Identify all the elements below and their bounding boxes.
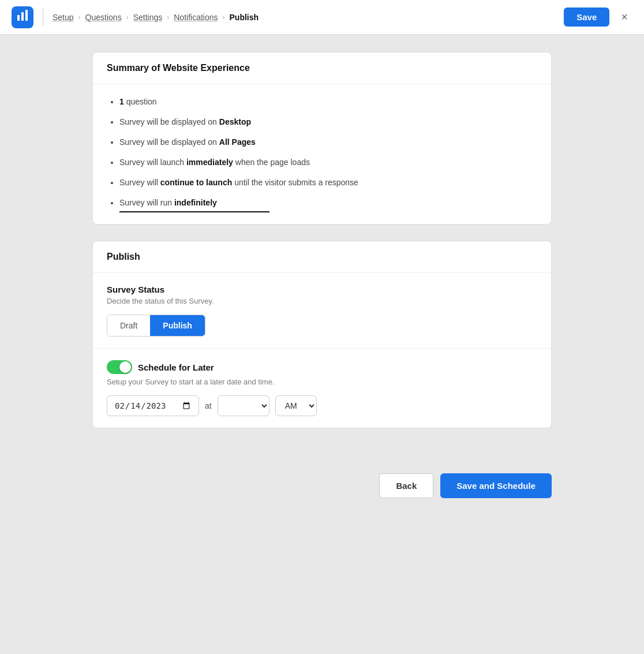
- underline-decoration: [119, 211, 269, 212]
- publish-card: Publish Survey Status Decide the status …: [92, 241, 552, 428]
- summary-item-0-after: question: [124, 97, 157, 106]
- summary-item-3-after: when the page loads: [233, 158, 310, 167]
- list-item: Survey will be displayed on Desktop: [119, 116, 537, 128]
- at-label: at: [205, 401, 212, 410]
- close-button[interactable]: ×: [616, 8, 632, 26]
- breadcrumb-questions[interactable]: Questions: [85, 13, 122, 22]
- schedule-section: Schedule for Later Setup your Survey to …: [93, 349, 551, 428]
- header: Setup › Questions › Settings › Notificat…: [0, 0, 644, 35]
- survey-status-desc: Decide the status of this Survey.: [107, 297, 537, 305]
- publish-card-header: Publish: [93, 241, 551, 273]
- summary-item-1-before: Survey will be displayed on: [119, 117, 219, 126]
- breadcrumb-arrow-1: ›: [78, 13, 81, 21]
- footer: Back Save and Schedule: [0, 462, 644, 510]
- publish-button[interactable]: Publish: [150, 315, 205, 336]
- summary-item-2-bold: All Pages: [219, 137, 256, 147]
- summary-item-3-bold: immediately: [186, 158, 233, 167]
- summary-item-5-before: Survey will run: [119, 198, 174, 207]
- summary-item-5-bold: indefinitely: [174, 198, 217, 207]
- header-divider: [43, 9, 43, 26]
- logo-icon: [16, 9, 29, 25]
- schedule-desc: Setup your Survey to start at a later da…: [107, 378, 537, 386]
- logo: [12, 6, 33, 28]
- breadcrumb-setup[interactable]: Setup: [53, 13, 74, 22]
- status-buttons: Draft Publish: [107, 315, 205, 337]
- summary-title: Summary of Website Experience: [107, 63, 250, 73]
- breadcrumb-publish: Publish: [230, 13, 259, 22]
- svg-rect-2: [25, 10, 28, 21]
- summary-item-3-before: Survey will launch: [119, 158, 186, 167]
- datetime-row: at 1 2 3 4 5 6 7 8 9 10 11 12 AM: [107, 395, 537, 416]
- save-button[interactable]: Save: [564, 8, 609, 27]
- summary-item-1-bold: Desktop: [219, 117, 251, 126]
- breadcrumb-arrow-3: ›: [167, 13, 169, 21]
- summary-item-4-after: until the visitor submits a response: [232, 178, 358, 187]
- schedule-header: Schedule for Later: [107, 360, 537, 374]
- header-actions: Save ×: [564, 8, 632, 27]
- summary-card-body: 1 question Survey will be displayed on D…: [93, 84, 551, 224]
- summary-card: Summary of Website Experience 1 question…: [92, 52, 552, 225]
- draft-button[interactable]: Draft: [107, 315, 150, 336]
- survey-status-section: Survey Status Decide the status of this …: [93, 273, 551, 349]
- schedule-title: Schedule for Later: [138, 362, 214, 372]
- toggle-thumb: [119, 361, 131, 373]
- summary-item-4-before: Survey will: [119, 178, 160, 187]
- ampm-select[interactable]: AM PM: [275, 395, 317, 416]
- summary-item-0-bold: 1: [119, 97, 124, 106]
- list-item: Survey will be displayed on All Pages: [119, 136, 537, 148]
- list-item: Survey will run indefinitely: [119, 197, 537, 212]
- svg-rect-1: [21, 12, 24, 21]
- time-select[interactable]: 1 2 3 4 5 6 7 8 9 10 11 12: [218, 395, 269, 416]
- list-item: 1 question: [119, 96, 537, 108]
- list-item: Survey will continue to launch until the…: [119, 177, 537, 189]
- survey-status-title: Survey Status: [107, 285, 537, 294]
- breadcrumb-settings[interactable]: Settings: [133, 13, 163, 22]
- publish-title: Publish: [107, 252, 140, 261]
- breadcrumb-arrow-2: ›: [126, 13, 129, 21]
- back-button[interactable]: Back: [379, 473, 433, 498]
- main-content: Summary of Website Experience 1 question…: [0, 35, 644, 462]
- summary-item-2-before: Survey will be displayed on: [119, 137, 219, 147]
- summary-card-header: Summary of Website Experience: [93, 53, 551, 84]
- breadcrumb-arrow-4: ›: [223, 13, 225, 21]
- svg-rect-0: [17, 15, 20, 21]
- summary-list: 1 question Survey will be displayed on D…: [107, 96, 537, 212]
- summary-item-4-bold: continue to launch: [160, 178, 232, 187]
- date-input[interactable]: [107, 395, 199, 416]
- breadcrumb: Setup › Questions › Settings › Notificat…: [53, 13, 564, 22]
- schedule-toggle[interactable]: [107, 360, 132, 374]
- list-item: Survey will launch immediately when the …: [119, 156, 537, 169]
- save-schedule-button[interactable]: Save and Schedule: [440, 473, 552, 498]
- breadcrumb-notifications[interactable]: Notifications: [174, 13, 218, 22]
